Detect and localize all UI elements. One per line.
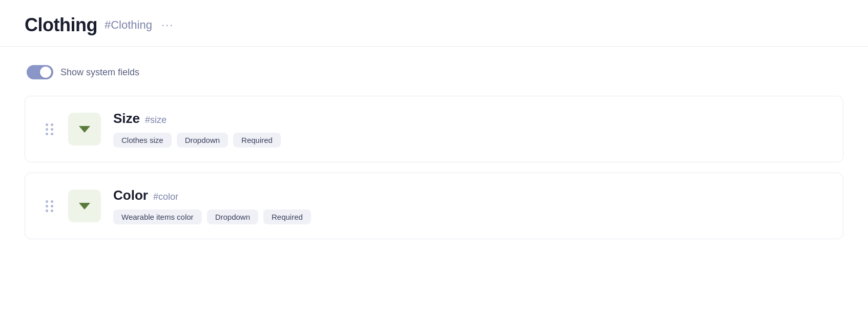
page-header: Clothing #Clothing ··· <box>0 0 868 47</box>
size-tag-required: Required <box>233 133 281 148</box>
color-tag-type: Dropdown <box>207 210 258 224</box>
drag-dot <box>46 123 48 126</box>
size-field-tags: Clothes size Dropdown Required <box>113 133 824 148</box>
drag-dot <box>51 210 53 212</box>
drag-dot <box>51 128 53 131</box>
color-tag-required: Required <box>263 210 311 224</box>
size-name-row: Size #size <box>113 111 824 127</box>
size-api-name: #size <box>145 115 167 125</box>
drag-dot <box>51 200 53 203</box>
size-field-name[interactable]: Size <box>113 111 140 127</box>
drag-dot <box>51 205 53 207</box>
content-area: Show system fields Size #size Clothes si… <box>0 47 868 268</box>
color-field-tags: Wearable items color Dropdown Required <box>113 210 824 224</box>
size-drag-handle[interactable] <box>44 121 56 137</box>
drag-dot <box>46 133 48 135</box>
size-field-info: Size #size Clothes size Dropdown Require… <box>113 111 824 148</box>
drag-dot <box>46 128 48 131</box>
color-api-name: #color <box>153 192 178 202</box>
page-slug: #Clothing <box>105 18 152 32</box>
size-tag-type: Dropdown <box>177 133 228 148</box>
page-title: Clothing <box>25 14 97 36</box>
toggle-thumb <box>40 67 51 78</box>
drag-dot <box>51 123 53 126</box>
color-field-icon <box>68 190 101 222</box>
drag-dot <box>46 205 48 207</box>
dropdown-arrow-icon <box>79 203 90 210</box>
drag-dot <box>51 133 53 135</box>
dropdown-arrow-icon <box>79 126 90 133</box>
toggle-label: Show system fields <box>60 67 139 78</box>
drag-dot <box>46 210 48 212</box>
size-tag-description: Clothes size <box>113 133 172 148</box>
color-drag-handle[interactable] <box>44 198 56 214</box>
size-field-icon <box>68 113 101 145</box>
color-field-card: Color #color Wearable items color Dropdo… <box>25 173 843 239</box>
drag-dot <box>46 200 48 203</box>
color-tag-description: Wearable items color <box>113 210 202 224</box>
more-options-icon[interactable]: ··· <box>161 18 174 32</box>
color-field-name[interactable]: Color <box>113 187 148 203</box>
color-name-row: Color #color <box>113 187 824 203</box>
size-field-card: Size #size Clothes size Dropdown Require… <box>25 96 843 162</box>
show-system-fields-toggle[interactable] <box>27 65 53 79</box>
color-field-info: Color #color Wearable items color Dropdo… <box>113 187 824 224</box>
toggle-track <box>27 65 53 79</box>
toggle-row: Show system fields <box>27 65 843 79</box>
